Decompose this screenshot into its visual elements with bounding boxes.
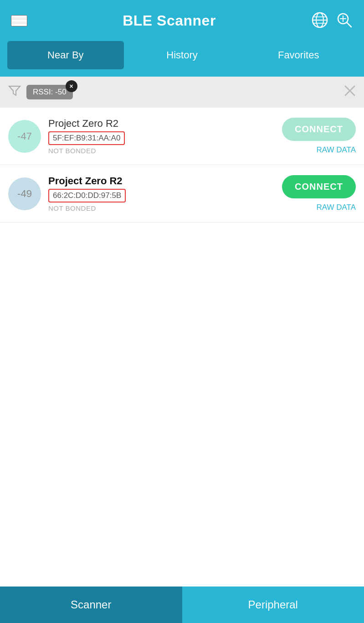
globe-icon (311, 11, 328, 29)
raw-data-link-2[interactable]: RAW DATA (316, 203, 356, 212)
table-row: -49 Project Zero R2 66:2C:D0:DD:97:5B NO… (0, 165, 364, 223)
mac-wrapper-1: 5F:EF:B9:31:AA:A0 (48, 131, 125, 145)
raw-data-link-1[interactable]: RAW DATA (316, 145, 356, 155)
rssi-filter-label: RSSI: -50 (33, 88, 67, 97)
rssi-filter-badge[interactable]: RSSI: -50 × (26, 85, 73, 99)
device-mac-2: 66:2C:D0:DD:97:5B (53, 191, 121, 200)
device-actions-2: CONNECT RAW DATA (282, 175, 356, 212)
rssi-value-2: -49 (17, 188, 32, 200)
menu-line-3 (12, 24, 26, 26)
tab-bar: Near By History Favorites (0, 41, 364, 77)
main-content-area (0, 404, 364, 587)
header-icons (311, 11, 353, 30)
device-bond-1: NOT BONDED (48, 147, 275, 155)
device-mac-1: 5F:EF:B9:31:AA:A0 (53, 134, 120, 142)
bottom-tab-peripheral[interactable]: Peripheral (182, 587, 364, 623)
filter-icon[interactable] (8, 84, 21, 100)
svg-marker-9 (9, 86, 20, 95)
svg-line-6 (347, 22, 351, 27)
filter-bar: RSSI: -50 × (0, 77, 364, 108)
signal-circle-1: -47 (8, 120, 41, 153)
app-title: BLE Scanner (123, 12, 216, 29)
device-list: -47 Project Zero R2 5F:EF:B9:31:AA:A0 NO… (0, 108, 364, 404)
globe-button[interactable] (311, 11, 328, 30)
device-name-2: Project Zero R2 (48, 175, 275, 187)
search-button[interactable] (336, 11, 353, 30)
device-bond-2: NOT BONDED (48, 204, 275, 212)
app-header: BLE Scanner (0, 0, 364, 41)
filter-clear-button[interactable] (344, 85, 356, 100)
device-info-2: Project Zero R2 66:2C:D0:DD:97:5B NOT BO… (48, 175, 275, 212)
device-actions-1: CONNECT RAW DATA (282, 118, 356, 155)
bottom-tab-scanner[interactable]: Scanner (0, 587, 182, 623)
device-name-1: Project Zero R2 (48, 118, 275, 130)
rssi-value-1: -47 (17, 130, 32, 142)
tab-favorites[interactable]: Favorites (240, 41, 357, 69)
signal-circle-2: -49 (8, 177, 41, 210)
menu-line-1 (12, 16, 26, 17)
mac-wrapper-2: 66:2C:D0:DD:97:5B (48, 189, 126, 202)
connect-button-2[interactable]: CONNECT (282, 175, 356, 198)
device-info-1: Project Zero R2 5F:EF:B9:31:AA:A0 NOT BO… (48, 118, 275, 155)
bottom-tab-bar: Scanner Peripheral (0, 587, 364, 623)
menu-line-2 (12, 20, 26, 21)
tab-history[interactable]: History (124, 41, 241, 69)
search-icon (336, 11, 353, 29)
connect-button-1[interactable]: CONNECT (282, 118, 356, 141)
menu-button[interactable] (11, 15, 27, 26)
rssi-filter-close[interactable]: × (66, 80, 77, 92)
table-row: -47 Project Zero R2 5F:EF:B9:31:AA:A0 NO… (0, 108, 364, 165)
tab-nearby[interactable]: Near By (7, 41, 124, 69)
